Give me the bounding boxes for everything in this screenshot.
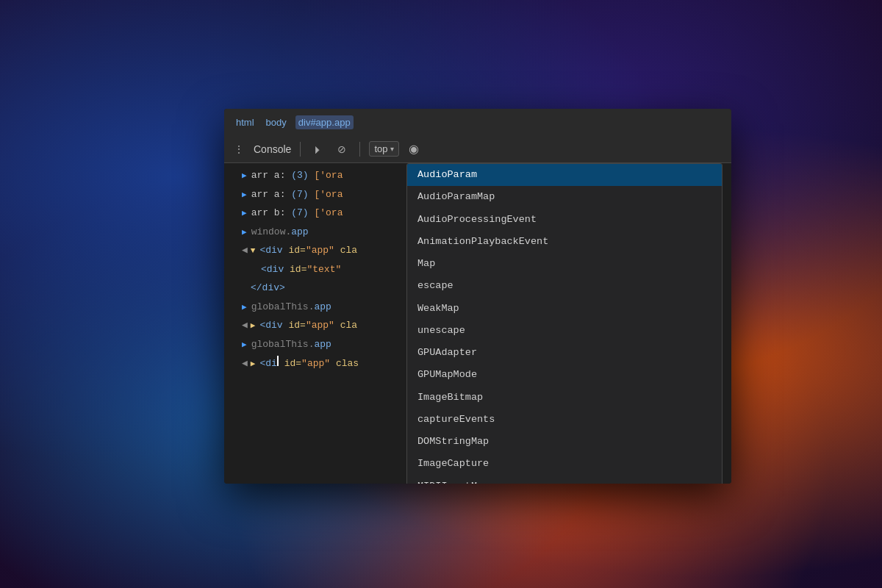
expand-arrow-3[interactable]: ▶ xyxy=(242,207,247,220)
breadcrumb-bar: html body div#app.app xyxy=(224,109,731,135)
back-arrow-2: ◀ xyxy=(242,318,248,333)
autocomplete-item-gpumapmode[interactable]: GPUMapMode xyxy=(407,364,722,386)
context-dropdown[interactable]: top ▾ xyxy=(369,141,399,157)
menu-button[interactable]: ⋮ xyxy=(230,140,248,158)
eye-icon: ◉ xyxy=(409,142,419,156)
autocomplete-item-domstringmap[interactable]: DOMStringMap xyxy=(407,431,722,453)
expand-arrow-2[interactable]: ▶ xyxy=(242,189,247,201)
autocomplete-item-audioprocessingevent[interactable]: AudioProcessingEvent xyxy=(407,209,722,231)
clear-icon: ⊘ xyxy=(337,143,346,155)
autocomplete-item-weakmap[interactable]: WeakMap xyxy=(407,298,722,320)
autocomplete-item-escape[interactable]: escape xyxy=(407,275,722,297)
clear-button[interactable]: ⊘ xyxy=(333,140,351,158)
autocomplete-item-midiinputmap[interactable]: MIDIInputMap xyxy=(407,476,722,484)
autocomplete-dropdown: AudioParam AudioParamMap AudioProcessing… xyxy=(406,163,723,484)
back-arrow-1: ◀ xyxy=(242,243,248,258)
console-toolbar: ⋮ Console ⏵ ⊘ top ▾ ◉ xyxy=(224,135,731,163)
autocomplete-item-animationplaybackevent[interactable]: AnimationPlaybackEvent xyxy=(407,231,722,253)
chevron-down-icon: ▾ xyxy=(390,145,394,153)
pause-button[interactable]: ⏵ xyxy=(309,140,327,158)
context-label: top xyxy=(374,143,387,154)
expand-arrow-1[interactable]: ▶ xyxy=(242,170,247,182)
autocomplete-item-unescape[interactable]: unescape xyxy=(407,320,722,342)
breadcrumb-body[interactable]: body xyxy=(263,115,290,129)
toolbar-separator-2 xyxy=(359,142,360,157)
expand-arrow-6[interactable]: ▶ xyxy=(242,301,247,314)
autocomplete-item-audiопaram[interactable]: AudioParam xyxy=(407,164,722,186)
pause-icon: ⏵ xyxy=(313,143,323,155)
autocomplete-item-imagecapture[interactable]: ImageCapture xyxy=(407,453,722,475)
devtools-panel: html body div#app.app ⋮ Console ⏵ ⊘ top … xyxy=(224,109,731,484)
autocomplete-item-gpuadapter[interactable]: GPUAdapter xyxy=(407,342,722,364)
expand-arrow-9[interactable]: ▶ xyxy=(251,358,256,370)
autocomplete-item-map[interactable]: Map xyxy=(407,253,722,275)
eye-button[interactable]: ◉ xyxy=(405,140,423,158)
back-arrow-3: ◀ xyxy=(242,356,248,371)
expand-arrow-5[interactable]: ▼ xyxy=(251,245,256,257)
console-tab-label[interactable]: Console xyxy=(254,143,291,155)
autocomplete-item-audioparammap[interactable]: AudioParamMap xyxy=(407,186,722,208)
expand-arrow-7[interactable]: ▶ xyxy=(251,320,256,332)
expand-arrow-4[interactable]: ▶ xyxy=(242,226,247,239)
expand-arrow-8[interactable]: ▶ xyxy=(242,339,247,351)
autocomplete-item-imagebitmap[interactable]: ImageBitmap xyxy=(407,387,722,409)
console-output: ▶ arr a: (3) ['ora ▶ arr a: (7) ['ora ▶ … xyxy=(224,163,731,484)
autocomplete-item-captureevents[interactable]: captureEvents xyxy=(407,409,722,431)
toolbar-separator-1 xyxy=(300,142,301,157)
breadcrumb-html[interactable]: html xyxy=(233,115,257,129)
breadcrumb-div[interactable]: div#app.app xyxy=(295,115,354,129)
menu-icon: ⋮ xyxy=(234,143,244,155)
